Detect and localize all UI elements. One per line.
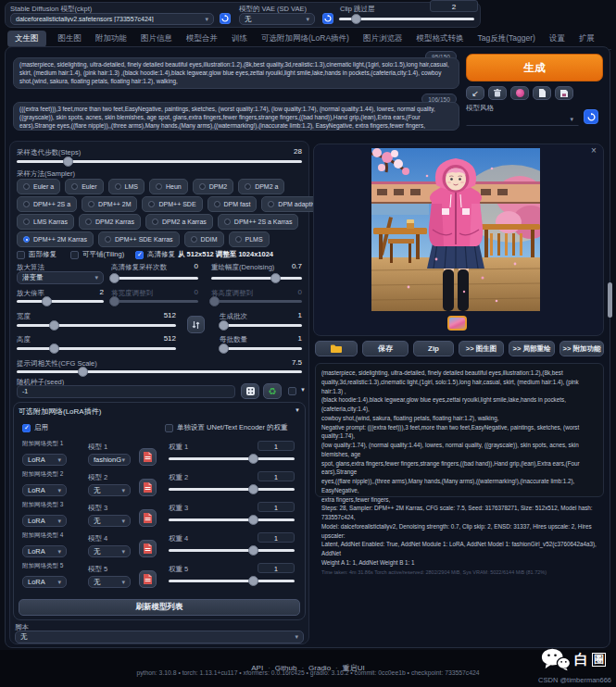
lora-weight-value[interactable]: 1 [258, 441, 295, 451]
batch-size-slider[interactable] [220, 347, 302, 350]
lora-separate-weights-checkbox[interactable] [165, 424, 173, 432]
lora-model-info-button[interactable] [139, 570, 157, 588]
lora-weight-slider[interactable] [169, 488, 295, 491]
lora-model-dropdown[interactable]: 无▾ [88, 576, 131, 588]
sampler-option[interactable]: DPM++ SDE [142, 196, 202, 212]
upscale-by-slider[interactable] [17, 300, 104, 303]
sampler-option[interactable]: DPM++ 2S a Karras [218, 214, 299, 230]
sampler-option[interactable]: Heun [149, 179, 188, 194]
tab-tagger[interactable]: Tag反推(Tagger) [475, 31, 536, 47]
lora-weight-value[interactable]: 1 [258, 563, 295, 573]
lora-model-dropdown[interactable]: 无▾ [88, 545, 131, 557]
apply-style-button[interactable] [533, 86, 551, 100]
lora-model-dropdown[interactable]: fashionG▾ [88, 454, 131, 466]
batch-count-value[interactable]: 1 [274, 311, 302, 319]
lora-type-dropdown[interactable]: LoRA▾ [22, 515, 67, 527]
refresh-checkpoint-button[interactable] [220, 13, 231, 24]
generate-button[interactable]: 生成 [466, 54, 603, 81]
generated-image[interactable] [371, 148, 540, 311]
tab-train[interactable]: 训练 [230, 31, 249, 47]
sampler-option[interactable]: PLMS [229, 231, 270, 247]
steps-value[interactable]: 28 [278, 147, 302, 156]
lora-model-info-button[interactable] [139, 540, 157, 557]
face-restore-checkbox[interactable] [17, 251, 25, 259]
lora-weight-slider[interactable] [169, 580, 295, 582]
height-value[interactable]: 512 [148, 334, 176, 343]
sampler-option[interactable]: DPM2 a [238, 179, 284, 194]
sampler-option-selected[interactable]: DPM++ 2M Karras [17, 231, 94, 247]
save-style-button[interactable] [555, 86, 573, 100]
steps-slider[interactable] [17, 160, 302, 163]
lora-type-dropdown[interactable]: LoRA▾ [22, 454, 67, 466]
zip-button[interactable]: Zip [413, 341, 454, 356]
lora-model-dropdown[interactable]: 无▾ [88, 515, 131, 527]
send-to-extras-button[interactable]: >> 附加功能 [559, 341, 604, 356]
gallery-thumbnail[interactable] [447, 316, 467, 331]
negative-prompt-input[interactable]: (((extra feet))),3 feet,more than two fe… [13, 102, 459, 131]
tab-image-browser[interactable]: 图片浏览器 [361, 31, 405, 47]
cfg-scale-slider[interactable] [17, 370, 302, 373]
read-params-button[interactable]: ↙ [466, 86, 484, 100]
sampler-option[interactable]: DPM++ 2M [82, 196, 137, 212]
tab-checkpoint-merger[interactable]: 模型合并 [184, 31, 220, 47]
lora-weight-slider[interactable] [169, 457, 295, 460]
hires-steps-value[interactable]: 0 [182, 262, 198, 270]
extra-networks-button[interactable] [510, 86, 529, 100]
prompt-input[interactable]: (masterpiece, sidelighting, ultra-detail… [13, 57, 459, 89]
height-slider[interactable] [17, 347, 176, 350]
tab-settings[interactable]: 设置 [547, 31, 567, 47]
hires-steps-slider[interactable] [111, 277, 198, 280]
vae-dropdown[interactable]: 无 ▾ [239, 13, 315, 25]
sampler-option[interactable]: LMS Karras [17, 214, 74, 230]
lora-model-dropdown[interactable]: 无▾ [88, 484, 131, 496]
lora-type-dropdown[interactable]: LoRA▾ [22, 576, 67, 588]
lora-weight-value[interactable]: 1 [258, 502, 295, 512]
lora-collapse-arrow-icon[interactable]: ▼ [295, 407, 300, 413]
tab-extras[interactable]: 附加功能 [94, 31, 129, 47]
tiling-checkbox[interactable] [70, 251, 79, 259]
clear-prompt-button[interactable] [488, 86, 507, 100]
lora-model-info-button[interactable] [139, 479, 157, 496]
width-slider[interactable] [17, 324, 176, 327]
script-dropdown[interactable]: 无 ▾ [15, 631, 304, 643]
sampler-option[interactable]: DPM2 [193, 179, 233, 194]
batch-size-value[interactable]: 1 [274, 334, 302, 343]
refresh-models-button[interactable]: 刷新模型列表 [19, 599, 300, 616]
sampler-option[interactable]: DPM fast [207, 196, 258, 212]
tab-model-converter[interactable]: 模型格式转换 [414, 31, 465, 47]
tab-img2img[interactable]: 图生图 [57, 31, 84, 47]
lora-enable-checkbox[interactable] [22, 424, 31, 432]
clip-skip-value[interactable]: 2 [430, 0, 478, 12]
reuse-seed-button[interactable]: ♻ [263, 383, 282, 399]
send-to-img2img-button[interactable]: >> 图生图 [459, 341, 504, 356]
sampler-option[interactable]: DPM2 Karras [79, 214, 141, 230]
scrollbar-thumb[interactable] [608, 282, 612, 318]
lora-weight-value[interactable]: 1 [258, 532, 295, 543]
clip-skip-slider[interactable] [339, 18, 474, 20]
sampler-option[interactable]: DDIM [184, 231, 224, 247]
sampler-option[interactable]: LMS [108, 179, 145, 194]
extra-seed-checkbox[interactable] [288, 387, 296, 395]
lora-model-info-button[interactable] [139, 448, 157, 466]
styles-dropdown[interactable]: ▾ [466, 112, 579, 126]
tab-png-info[interactable]: 图片信息 [139, 31, 174, 47]
lora-panel-title[interactable]: 可选附加网络(LoRA插件) [19, 406, 101, 417]
width-value[interactable]: 512 [148, 311, 176, 319]
lora-type-dropdown[interactable]: LoRA▾ [22, 545, 67, 557]
send-to-inpaint-button[interactable]: >> 局部重绘 [509, 341, 555, 356]
open-folder-button[interactable] [315, 341, 358, 356]
lora-weight-slider[interactable] [169, 518, 295, 521]
lora-weight-slider[interactable] [169, 549, 295, 552]
seed-input[interactable]: -1 [17, 385, 235, 398]
hires-fix-checkbox[interactable] [135, 251, 144, 259]
lora-type-dropdown[interactable]: LoRA▾ [22, 484, 67, 496]
seed-expand-arrow-icon[interactable]: ▼ [300, 387, 306, 393]
close-gallery-icon[interactable]: × [591, 145, 597, 156]
upscaler-dropdown[interactable]: 潜变量 ▾ [17, 271, 104, 284]
batch-count-slider[interactable] [220, 324, 302, 327]
refresh-vae-button[interactable] [322, 13, 333, 24]
swap-dimensions-button[interactable] [187, 316, 205, 333]
upscale-by-value[interactable]: 2 [85, 288, 104, 296]
refresh-styles-button[interactable] [584, 109, 598, 124]
sampler-option[interactable]: Euler [65, 179, 103, 194]
